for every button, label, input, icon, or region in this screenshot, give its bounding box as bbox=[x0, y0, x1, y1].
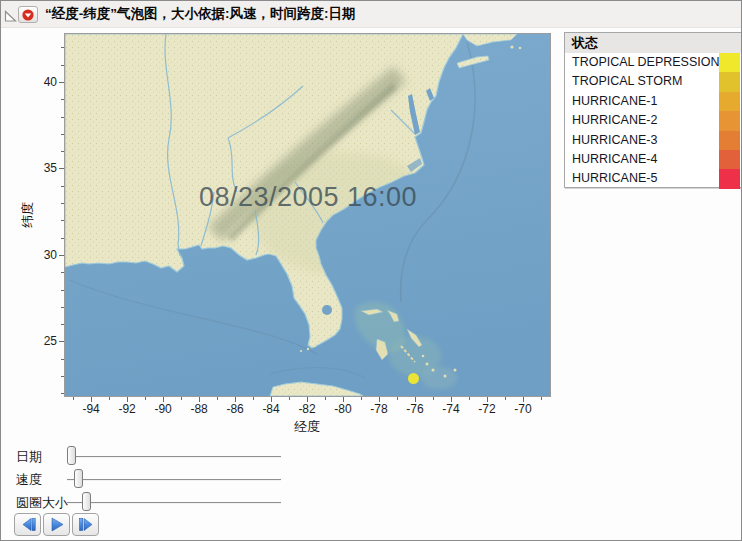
x-tick bbox=[73, 397, 74, 400]
y-tick bbox=[59, 255, 64, 256]
y-axis-title: 纬度 bbox=[19, 202, 37, 228]
y-tick-label: 30 bbox=[27, 248, 57, 262]
page-title: “经度-纬度”气泡图，大小依据:风速，时间跨度:日期 bbox=[45, 1, 356, 27]
x-tick-label: -92 bbox=[118, 402, 135, 416]
y-tick-label: 35 bbox=[27, 161, 57, 175]
step-backward-icon bbox=[16, 514, 40, 535]
x-tick bbox=[397, 397, 398, 400]
legend-entry[interactable]: TROPICAL DEPRESSION bbox=[565, 53, 741, 72]
x-tick-label: -78 bbox=[370, 402, 387, 416]
x-tick-label: -90 bbox=[154, 402, 171, 416]
x-tick-label: -84 bbox=[262, 402, 279, 416]
x-tick-label: -70 bbox=[514, 402, 531, 416]
bubble-point[interactable] bbox=[408, 373, 419, 384]
x-tick bbox=[217, 397, 218, 400]
map-image bbox=[65, 34, 550, 396]
legend-entry-label: HURRICANE-3 bbox=[572, 133, 657, 147]
legend-entry[interactable]: HURRICANE-3 bbox=[565, 131, 741, 150]
y-tick bbox=[61, 307, 64, 308]
legend-color-swatch bbox=[719, 92, 740, 111]
legend-color-swatch bbox=[719, 169, 740, 188]
slider-track[interactable] bbox=[67, 456, 281, 458]
x-tick bbox=[433, 397, 434, 400]
slider-row-1: 速度 bbox=[1, 468, 301, 491]
slider-thumb[interactable] bbox=[82, 492, 91, 511]
legend-entry[interactable]: HURRICANE-2 bbox=[565, 111, 741, 130]
x-tick bbox=[109, 397, 110, 400]
legend-entry-label: HURRICANE-5 bbox=[572, 171, 657, 185]
play-icon bbox=[45, 514, 69, 535]
legend-title: 状态 bbox=[565, 33, 741, 53]
play-button[interactable] bbox=[43, 513, 70, 536]
x-tick-label: -80 bbox=[334, 402, 351, 416]
step-backward-button[interactable] bbox=[14, 513, 41, 536]
report-title-bar: “经度-纬度”气泡图，大小依据:风速，时间跨度:日期 bbox=[1, 1, 741, 28]
x-tick-label: -86 bbox=[226, 402, 243, 416]
legend: 状态 TROPICAL DEPRESSIONTROPICAL STORMHURR… bbox=[564, 32, 742, 188]
playback-buttons bbox=[14, 513, 99, 536]
step-forward-button[interactable] bbox=[72, 513, 99, 536]
legend-entry[interactable]: TROPICAL STORM bbox=[565, 72, 741, 91]
legend-color-swatch bbox=[719, 53, 740, 72]
x-tick bbox=[361, 397, 362, 400]
y-tick bbox=[61, 65, 64, 66]
x-tick bbox=[253, 397, 254, 400]
y-tick bbox=[61, 376, 64, 377]
red-triangle-menu-button[interactable] bbox=[18, 6, 38, 23]
jmp-bubble-plot-window: “经度-纬度”气泡图，大小依据:风速，时间跨度:日期 bbox=[0, 0, 742, 541]
time-indicator: 08/23/2005 16:00 bbox=[199, 182, 417, 213]
legend-entry[interactable]: HURRICANE-1 bbox=[565, 92, 741, 111]
y-tick bbox=[61, 359, 64, 360]
y-tick bbox=[61, 272, 64, 273]
y-tick bbox=[59, 341, 64, 342]
lake-okeechobee bbox=[322, 305, 332, 315]
y-tick bbox=[59, 82, 64, 83]
slider-thumb[interactable] bbox=[67, 446, 76, 465]
legend-color-swatch bbox=[719, 150, 740, 169]
x-tick-label: -74 bbox=[442, 402, 459, 416]
legend-entry[interactable]: HURRICANE-5 bbox=[565, 169, 741, 188]
y-tick bbox=[61, 151, 64, 152]
legend-entry-label: HURRICANE-1 bbox=[572, 94, 657, 108]
y-tick bbox=[61, 99, 64, 100]
x-tick-label: -72 bbox=[478, 402, 495, 416]
legend-entry[interactable]: HURRICANE-4 bbox=[565, 150, 741, 169]
slider-track[interactable] bbox=[67, 502, 281, 504]
y-tick bbox=[61, 134, 64, 135]
legend-entry-label: HURRICANE-4 bbox=[572, 152, 657, 166]
y-tick bbox=[61, 117, 64, 118]
disclosure-open-icon[interactable] bbox=[4, 8, 17, 21]
legend-color-swatch bbox=[719, 131, 740, 150]
y-tick bbox=[59, 168, 64, 169]
step-forward-icon bbox=[74, 514, 98, 535]
x-tick bbox=[145, 397, 146, 400]
y-tick bbox=[61, 324, 64, 325]
y-tick bbox=[61, 186, 64, 187]
x-tick-label: -82 bbox=[298, 402, 315, 416]
slider-thumb[interactable] bbox=[74, 469, 83, 488]
y-tick bbox=[61, 238, 64, 239]
y-tick bbox=[61, 290, 64, 291]
slider-label: 圆圈大小 bbox=[16, 494, 68, 512]
legend-color-swatch bbox=[719, 111, 740, 130]
x-tick bbox=[289, 397, 290, 400]
slider-row-2: 圆圈大小 bbox=[1, 491, 301, 514]
x-tick bbox=[181, 397, 182, 400]
x-tick-label: -76 bbox=[406, 402, 423, 416]
x-axis-title: 经度 bbox=[294, 418, 320, 436]
legend-entry-label: HURRICANE-2 bbox=[572, 113, 657, 127]
x-tick-label: -88 bbox=[190, 402, 207, 416]
legend-entry-label: TROPICAL STORM bbox=[572, 74, 682, 88]
y-tick-label: 40 bbox=[27, 75, 57, 89]
map-plot-frame[interactable] bbox=[64, 33, 551, 397]
legend-entry-label: TROPICAL DEPRESSION bbox=[572, 55, 720, 69]
x-tick bbox=[505, 397, 506, 400]
slider-row-0: 日期 bbox=[1, 445, 301, 468]
slider-track[interactable] bbox=[67, 479, 281, 481]
y-tick bbox=[61, 203, 64, 204]
y-tick-label: 25 bbox=[27, 334, 57, 348]
y-tick bbox=[61, 47, 64, 48]
y-tick bbox=[61, 393, 64, 394]
slider-label: 日期 bbox=[16, 448, 42, 466]
x-tick bbox=[469, 397, 470, 400]
